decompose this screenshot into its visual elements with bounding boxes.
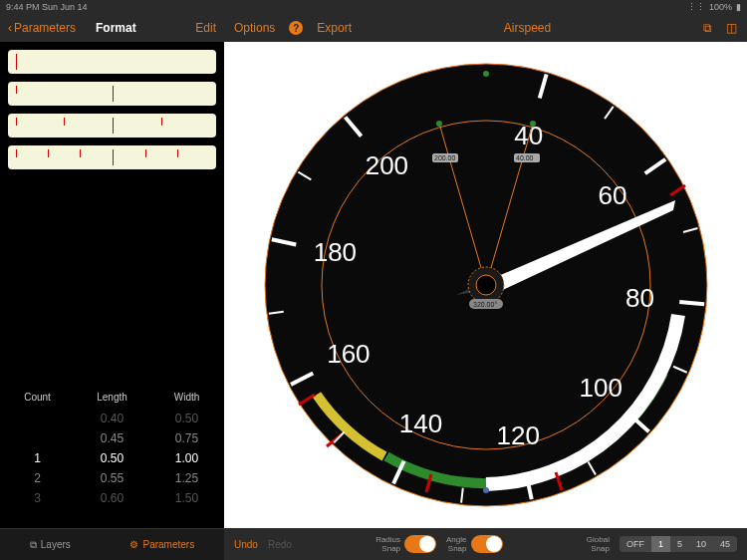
col-count: Count <box>0 392 75 403</box>
battery-icon: ▮ <box>736 2 741 12</box>
format-preview-list <box>0 42 224 177</box>
status-bar: 9:44 PM Sun Jun 14 ⋮⋮ 100% ▮ <box>0 0 747 14</box>
picker-width[interactable]: 0.50 0.75 1.00 1.25 1.50 <box>149 409 224 508</box>
help-icon[interactable]: ? <box>289 21 303 35</box>
svg-point-36 <box>436 121 442 127</box>
svg-text:60: 60 <box>598 180 626 210</box>
canvas-area: Options ? Export Airspeed ⧉ ◫ <box>224 14 747 560</box>
angle-snap-toggle[interactable] <box>471 535 503 553</box>
radius-snap-label: Radius Snap <box>375 535 400 553</box>
svg-text:180: 180 <box>313 237 356 267</box>
svg-text:200: 200 <box>365 150 407 180</box>
canvas-toolbar: Options ? Export Airspeed ⧉ ◫ <box>224 14 747 42</box>
copy-icon[interactable]: ⧉ <box>703 21 712 35</box>
document-title: Airspeed <box>366 21 689 35</box>
needle-value: 320.00° <box>473 301 497 308</box>
back-button[interactable]: ‹ Parameters <box>8 21 76 35</box>
svg-point-39 <box>483 487 489 493</box>
canvas-footer: Undo Redo Radius Snap Angle Snap Global … <box>224 528 747 560</box>
tab-layers[interactable]: ⧉ Layers <box>30 539 71 551</box>
sidebar-header: ‹ Parameters Format Edit <box>0 14 224 42</box>
tab-parameters[interactable]: ⚙ Parameters <box>129 539 194 550</box>
battery-text: 100% <box>709 2 732 12</box>
format-bar[interactable] <box>8 145 216 169</box>
layers-icon: ⧉ <box>30 539 37 551</box>
svg-text:40: 40 <box>514 121 543 150</box>
radius-snap-toggle[interactable] <box>404 535 436 553</box>
picker-header: Count Length Width <box>0 386 224 409</box>
svg-point-47 <box>476 275 496 295</box>
svg-line-12 <box>679 302 704 304</box>
global-snap-segment[interactable]: OFF 1 5 10 45 <box>620 536 737 552</box>
chevron-left-icon: ‹ <box>8 21 12 35</box>
airspeed-gauge[interactable]: 406080100120140160180200 200.00 40.00 <box>257 56 715 514</box>
sidebar: ‹ Parameters Format Edit Count Length Wi… <box>0 14 224 560</box>
picker-length[interactable]: 0.40 0.45 0.50 0.55 0.60 <box>75 409 149 508</box>
compare-icon[interactable]: ◫ <box>726 21 737 35</box>
svg-point-37 <box>530 121 536 127</box>
wifi-icon: ⋮⋮ <box>687 2 705 12</box>
edit-button[interactable]: Edit <box>195 21 216 35</box>
sidebar-title: Format <box>96 21 187 35</box>
global-snap-label: Global Snap <box>587 535 610 553</box>
picker[interactable]: 1 2 3 0.40 0.45 0.50 0.55 0.60 0.50 0.75… <box>0 409 224 528</box>
angle-snap-label: Angle Snap <box>446 535 466 553</box>
svg-text:100: 100 <box>579 373 622 403</box>
undo-button[interactable]: Undo <box>234 539 258 550</box>
sidebar-tabs: ⧉ Layers ⚙ Parameters <box>0 528 224 560</box>
options-button[interactable]: Options <box>234 21 275 35</box>
back-label: Parameters <box>14 21 76 35</box>
svg-point-38 <box>483 71 489 77</box>
svg-text:40.00: 40.00 <box>516 154 534 161</box>
svg-text:160: 160 <box>327 339 370 369</box>
redo-button[interactable]: Redo <box>268 539 292 550</box>
picker-count[interactable]: 1 2 3 <box>0 409 75 508</box>
col-length: Length <box>75 392 149 403</box>
col-width: Width <box>149 392 224 403</box>
svg-text:140: 140 <box>398 409 441 438</box>
status-time: 9:44 PM Sun Jun 14 <box>6 2 88 12</box>
canvas[interactable]: 406080100120140160180200 200.00 40.00 <box>224 42 747 528</box>
svg-text:120: 120 <box>496 420 539 450</box>
format-bar[interactable] <box>8 114 216 138</box>
gear-icon: ⚙ <box>129 539 138 550</box>
format-bar[interactable] <box>8 50 216 74</box>
export-button[interactable]: Export <box>317 21 352 35</box>
svg-text:80: 80 <box>624 283 653 313</box>
svg-text:200.00: 200.00 <box>434 154 456 161</box>
format-bar[interactable] <box>8 82 216 106</box>
